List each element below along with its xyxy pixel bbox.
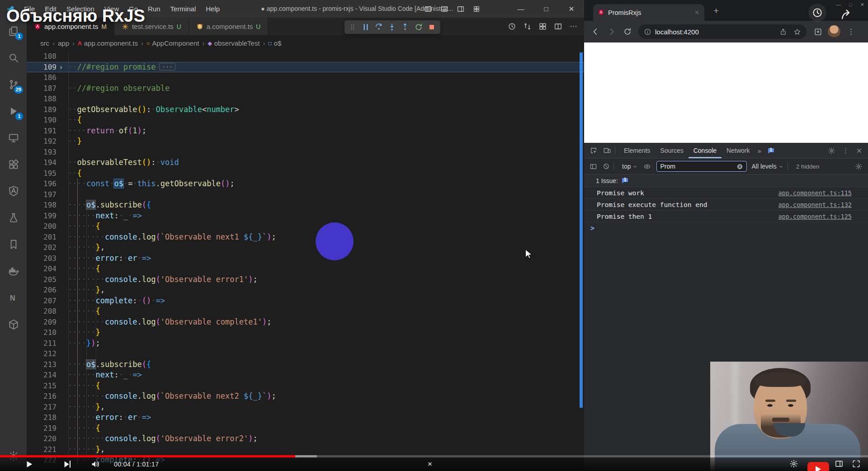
code-line-212[interactable]: 212: [27, 349, 584, 359]
debug-pause-button[interactable]: [361, 23, 370, 32]
clear-filter-icon[interactable]: [736, 163, 743, 170]
code-line-218[interactable]: 218······error:·er·=>: [27, 412, 584, 423]
debug-stop-button[interactable]: [427, 23, 436, 32]
code-line-214[interactable]: 214······next:·_·=>: [27, 370, 584, 381]
activity-remote-explorer[interactable]: [0, 124, 27, 151]
maximize-button[interactable]: □: [533, 5, 559, 13]
code-line-190[interactable]: 190··{: [27, 115, 584, 126]
console-sidebar-icon[interactable]: [590, 163, 597, 170]
compare-icon[interactable]: [523, 22, 532, 31]
activity-search[interactable]: [0, 44, 27, 71]
code-line-188[interactable]: 188: [27, 94, 584, 104]
code-line-195[interactable]: 195··{: [27, 168, 584, 179]
folded-code-ellipsis[interactable]: ···: [159, 63, 175, 71]
console-filter-input[interactable]: Prom: [656, 161, 747, 172]
activity-extensions[interactable]: [0, 151, 27, 178]
console-settings-icon[interactable]: [855, 163, 863, 170]
fullscreen-icon[interactable]: [852, 459, 861, 468]
play-icon[interactable]: [24, 459, 34, 469]
code-line-109[interactable]: 109›··//#region promise···: [27, 62, 584, 73]
code-line-207[interactable]: 207······complete:·()·=>: [27, 296, 584, 306]
install-app-icon[interactable]: [814, 28, 822, 36]
history-icon[interactable]: [808, 4, 826, 22]
code-line-191[interactable]: 191····return·of(1);: [27, 126, 584, 137]
live-expression-eye-icon[interactable]: [643, 163, 651, 170]
code-line-194[interactable]: 194··observableTest():·void: [27, 157, 584, 168]
code-line-202[interactable]: 202······},: [27, 242, 584, 253]
breadcrumb-AppComponent[interactable]: ○AppComponent: [146, 39, 199, 47]
split-icon[interactable]: [554, 22, 562, 31]
code-line-196[interactable]: 196····const·o$·=·this.getObservable();: [27, 179, 584, 189]
toggle-panel-icon[interactable]: [440, 5, 448, 13]
youtube-logo[interactable]: [807, 462, 829, 471]
activity-test-flask[interactable]: [0, 204, 27, 231]
toggle-secondary-sidebar-icon[interactable]: [457, 5, 465, 13]
reload-icon[interactable]: [623, 27, 632, 36]
activity-nx[interactable]: N: [0, 284, 27, 311]
activity-angular[interactable]: [0, 178, 27, 204]
devtools-close-icon[interactable]: [856, 147, 863, 154]
tab-close-icon[interactable]: [694, 9, 700, 15]
code-line-189[interactable]: 189··getObservable():·Observable<number>: [27, 104, 584, 115]
code-line-200[interactable]: 200······{: [27, 221, 584, 232]
code-line-209[interactable]: 209········console.log('Observable compl…: [27, 317, 584, 328]
breadcrumb-src[interactable]: src: [40, 39, 49, 47]
breadcrumb-app.component.ts[interactable]: Aapp.component.ts: [78, 39, 138, 47]
code-line-213[interactable]: 213····o$.subscribe({: [27, 359, 584, 370]
toggle-sidebar-icon[interactable]: [424, 5, 432, 13]
device-toolbar-icon[interactable]: [603, 146, 611, 155]
issues-bar[interactable]: 1 Issue: 1: [584, 174, 868, 187]
video-progress-bar[interactable]: [0, 455, 868, 457]
debug-step-into-button[interactable]: [387, 23, 396, 32]
code-line-221[interactable]: 221······},: [27, 444, 584, 455]
bookmark-star-icon[interactable]: [793, 28, 801, 36]
devtools-menu-icon[interactable]: [842, 147, 849, 155]
browser-maximize-button[interactable]: □: [849, 2, 852, 8]
miniplayer-icon[interactable]: [835, 459, 844, 468]
annotation-close-icon[interactable]: ×: [428, 460, 432, 469]
share-arrow-icon[interactable]: [840, 8, 854, 22]
editor-scrollbar[interactable]: [580, 52, 583, 408]
hidden-messages-label[interactable]: 2 hidden: [796, 163, 820, 170]
more-tabs-icon[interactable]: »: [755, 147, 764, 155]
code-line-201[interactable]: 201········console.log(`Observable next1…: [27, 232, 584, 243]
devtools-tab-console[interactable]: Console: [689, 143, 722, 158]
code-line-211[interactable]: 211····});: [27, 338, 584, 349]
browser-tab[interactable]: PromisRxjs: [593, 4, 704, 21]
editor-tab-a.component.ts[interactable]: a.component.tsU: [189, 18, 269, 35]
volume-icon[interactable]: [90, 459, 100, 469]
code-line-205[interactable]: 205········console.log('Observable error…: [27, 274, 584, 285]
code-line-219[interactable]: 219······{: [27, 423, 584, 434]
browser-menu-icon[interactable]: [847, 28, 855, 36]
menu-help[interactable]: Help: [201, 0, 225, 18]
code-line-204[interactable]: 204······{: [27, 264, 584, 274]
fold-chevron-icon[interactable]: ›: [59, 62, 63, 73]
debug-step-out-button[interactable]: [401, 23, 410, 32]
code-line-192[interactable]: 192··}: [27, 136, 584, 147]
activity-bookmark[interactable]: [0, 231, 27, 258]
devtools-settings-icon[interactable]: [828, 147, 835, 155]
log-level-selector[interactable]: All levels: [751, 163, 783, 170]
console-prompt[interactable]: >: [584, 222, 868, 234]
site-info-icon[interactable]: [644, 28, 651, 36]
code-line-208[interactable]: 208······{: [27, 306, 584, 317]
activity-run-debug[interactable]: 1: [0, 98, 27, 124]
browser-minimize-button[interactable]: —: [836, 2, 841, 8]
devtools-tab-sources[interactable]: Sources: [655, 143, 688, 158]
menu-run[interactable]: Run: [143, 0, 165, 18]
code-line-186[interactable]: 186: [27, 72, 584, 83]
share-icon[interactable]: [779, 28, 787, 36]
menu-terminal[interactable]: Terminal: [165, 0, 201, 18]
breadcrumb-app[interactable]: app: [58, 39, 69, 47]
profile-avatar[interactable]: [828, 25, 840, 38]
code-line-206[interactable]: 206······},: [27, 285, 584, 296]
debug-step-over-button[interactable]: [374, 23, 383, 32]
code-line-220[interactable]: 220········console.log('Observable error…: [27, 433, 584, 444]
debug-restart-button[interactable]: [414, 23, 423, 32]
messages-badge[interactable]: 1: [767, 146, 775, 155]
code-editor[interactable]: 108109›··//#region promise···186187··//#…: [27, 51, 584, 471]
debug-grip-icon[interactable]: [349, 23, 357, 31]
code-line-216[interactable]: 216········console.log(`Observable next2…: [27, 391, 584, 402]
close-button[interactable]: ✕: [559, 5, 584, 13]
inspect-element-icon[interactable]: [590, 146, 598, 155]
